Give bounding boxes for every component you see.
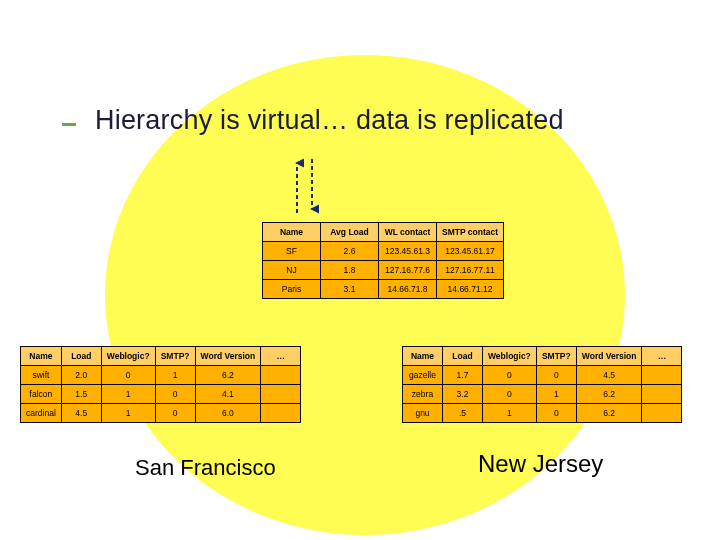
col-header: …: [642, 347, 682, 366]
slide-title: Hierarchy is virtual… data is replicated: [95, 105, 564, 136]
sf-label: San Francisco: [135, 455, 276, 481]
col-header: Weblogic?: [101, 347, 155, 366]
col-header: SMTP?: [155, 347, 195, 366]
col-header: WL contact: [379, 223, 437, 242]
summary-table: Name Avg Load WL contact SMTP contact SF…: [262, 222, 504, 299]
col-header: Weblogic?: [483, 347, 537, 366]
col-header: …: [261, 347, 301, 366]
table-row: falcon1.5104.1: [21, 385, 301, 404]
table-row: Paris 3.1 14.66.71.8 14.66.71.12: [263, 280, 504, 299]
table-row: cardinal4.5106.0: [21, 404, 301, 423]
table-row: swift2.0016.2: [21, 366, 301, 385]
nj-label: New Jersey: [478, 450, 603, 478]
col-header: Name: [263, 223, 321, 242]
table-row: NJ 1.8 127.16.77.6 127.16.77.11: [263, 261, 504, 280]
sf-table: Name Load Weblogic? SMTP? Word Version ……: [20, 346, 301, 423]
arrow-down-icon: [305, 157, 319, 215]
col-header: SMTP?: [536, 347, 576, 366]
col-header: Word Version: [195, 347, 261, 366]
table-row: zebra3.2016.2: [403, 385, 682, 404]
col-header: Avg Load: [321, 223, 379, 242]
col-header: Name: [403, 347, 443, 366]
col-header: Load: [443, 347, 483, 366]
col-header: Word Version: [576, 347, 642, 366]
table-row: gazelle1.7004.5: [403, 366, 682, 385]
title-bullet: [62, 123, 76, 126]
table-row: SF 2.6 123.45.61.3 123.45.61.17: [263, 242, 504, 261]
col-header: Name: [21, 347, 62, 366]
nj-table: Name Load Weblogic? SMTP? Word Version ……: [402, 346, 682, 423]
table-row: gnu.5106.2: [403, 404, 682, 423]
col-header: SMTP contact: [437, 223, 504, 242]
col-header: Load: [61, 347, 101, 366]
arrow-up-icon: [290, 157, 304, 215]
